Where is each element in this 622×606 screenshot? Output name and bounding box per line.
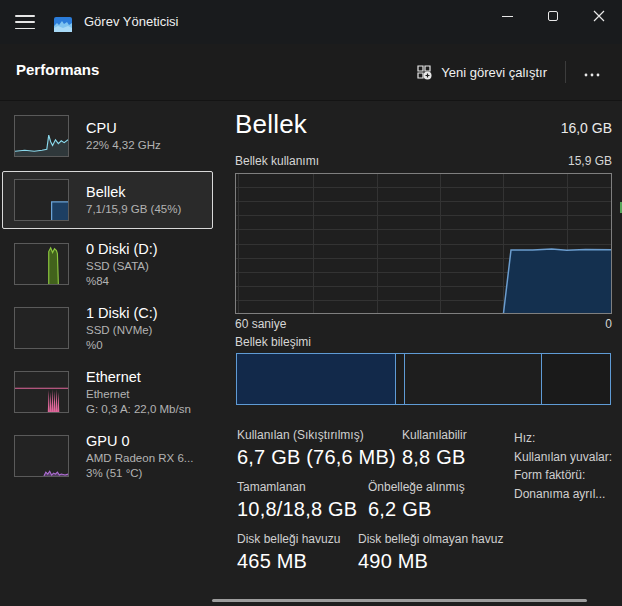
sidebar-gpu-title: GPU 0 [86,432,193,451]
run-new-task-button[interactable]: Yeni görevi çalıştır [404,58,559,86]
task-manager-app-icon [54,17,72,32]
window-controls [484,0,622,32]
performance-sidebar: CPU 22% 4,32 GHz Bellek 7,1/15,9 GB (45%… [0,101,225,606]
stat-label-non-paged-pool: Disk belleği olmayan havuz [358,531,503,548]
close-icon [593,10,605,22]
sidebar-item-cpu[interactable]: CPU 22% 4,32 GHz [2,107,213,165]
sidebar-disk0-type: SSD (SATA) [86,259,158,274]
close-button[interactable] [576,0,622,32]
minimize-button[interactable] [484,0,530,32]
info-form-factor: Form faktörü: [514,466,614,485]
page-title: Performans [16,61,99,78]
stat-value-cached: 6,2 GB [368,496,465,522]
disk0-mini-chart [14,243,69,285]
stat-value-non-paged-pool: 490 MB [358,548,503,574]
toolbar: Performans Yeni görevi çalıştır [0,44,622,100]
hardware-info-column: Hız: Kullanılan yuvalar: Form faktörü: D… [514,429,614,503]
panel-title: Bellek [235,109,307,140]
new-task-icon [416,64,432,80]
memory-total: 16,0 GB [561,120,612,140]
ethernet-mini-chart [14,371,69,413]
disk1-mini-chart [14,307,69,349]
gpu-mini-chart [14,435,69,477]
stat-value-available: 8,8 GB [402,444,467,470]
time-axis-zero: 0 [605,317,612,331]
toolbar-divider [565,61,566,83]
memory-mini-chart [14,179,69,221]
sidebar-ethernet-name: Ethernet [86,387,191,402]
sidebar-ethernet-speed: G: 0,3 A: 22,0 Mb/sn [86,402,191,417]
content-area: CPU 22% 4,32 GHz Bellek 7,1/15,9 GB (45%… [0,100,622,606]
sidebar-memory-stats: 7,1/15,9 GB (45%) [86,202,181,217]
sidebar-ethernet-title: Ethernet [86,368,191,387]
task-manager-window: { "window": { "title": "Görev Yöneticisi… [0,0,622,606]
stat-label-paged-pool: Disk belleği havuzu [237,531,358,548]
info-speed: Hız: [514,429,614,448]
composition-segment-free[interactable] [542,354,610,404]
composition-label: Bellek bileşimi [235,335,311,349]
window-title: Görev Yöneticisi [84,14,178,29]
sidebar-gpu-usage: 3% (51 °C) [86,466,193,481]
sidebar-gpu-name: AMD Radeon RX 6... [86,451,193,466]
sidebar-item-gpu[interactable]: GPU 0 AMD Radeon RX 6... 3% (51 °C) [2,427,213,485]
sidebar-item-ethernet[interactable]: Ethernet Ethernet G: 0,3 A: 22,0 Mb/sn [2,363,213,421]
stat-label-committed: Tamamlanan [237,479,368,496]
memory-composition-bar[interactable] [236,353,611,405]
sidebar-disk1-usage: %0 [86,338,158,353]
composition-segment-standby[interactable] [405,354,542,404]
hamburger-menu-icon[interactable] [15,15,35,29]
maximize-icon [548,11,558,21]
stat-label-used: Kullanılan (Sıkıştırılmış) [237,427,402,444]
ellipsis-icon [584,73,600,77]
titlebar: Görev Yöneticisi [0,0,622,44]
sidebar-item-disk0[interactable]: 0 Diski (D:) SSD (SATA) %84 [2,235,213,293]
stat-value-used: 6,7 GB (76,6 MB) [237,444,402,470]
memory-usage-chart [235,173,612,314]
cpu-mini-chart [14,115,69,157]
composition-segment-modified[interactable] [396,354,405,404]
more-options-button[interactable] [572,57,612,88]
info-slots-used: Kullanılan yuvalar: [514,448,614,467]
usage-chart-label: Bellek kullanımı [235,154,319,168]
sidebar-disk0-title: 0 Diski (D:) [86,240,158,259]
composition-segment-in-use[interactable] [237,354,396,404]
sidebar-item-memory[interactable]: Bellek 7,1/15,9 GB (45%) [2,171,213,229]
memory-stats: Kullanılan (Sıkıştırılmış) 6,7 GB (76,6 … [237,427,503,583]
info-hardware-reserved: Donanıma ayrıl... [514,485,614,504]
run-new-task-label: Yeni görevi çalıştır [441,65,547,80]
maximize-button[interactable] [530,0,576,32]
sidebar-disk1-title: 1 Diski (C:) [86,304,158,323]
memory-detail-panel: Bellek 16,0 GB Bellek kullanımı 15,9 GB … [235,101,612,606]
stat-value-paged-pool: 465 MB [237,548,358,574]
sidebar-item-disk1[interactable]: 1 Diski (C:) SSD (NVMe) %0 [2,299,213,357]
sidebar-memory-title: Bellek [86,183,181,202]
minimize-icon [502,16,513,17]
stat-label-cached: Önbelleğe alınmış [368,479,465,496]
sidebar-cpu-stats: 22% 4,32 GHz [86,138,161,153]
stat-label-available: Kullanılabilir [402,427,467,444]
usage-chart-max: 15,9 GB [568,154,612,168]
stat-value-committed: 10,8/18,8 GB [237,496,368,522]
sidebar-disk1-type: SSD (NVMe) [86,323,158,338]
sidebar-cpu-title: CPU [86,119,161,138]
sidebar-disk0-usage: %84 [86,274,158,289]
horizontal-scrollbar[interactable] [212,599,587,602]
time-axis-label: 60 saniye [235,317,286,331]
